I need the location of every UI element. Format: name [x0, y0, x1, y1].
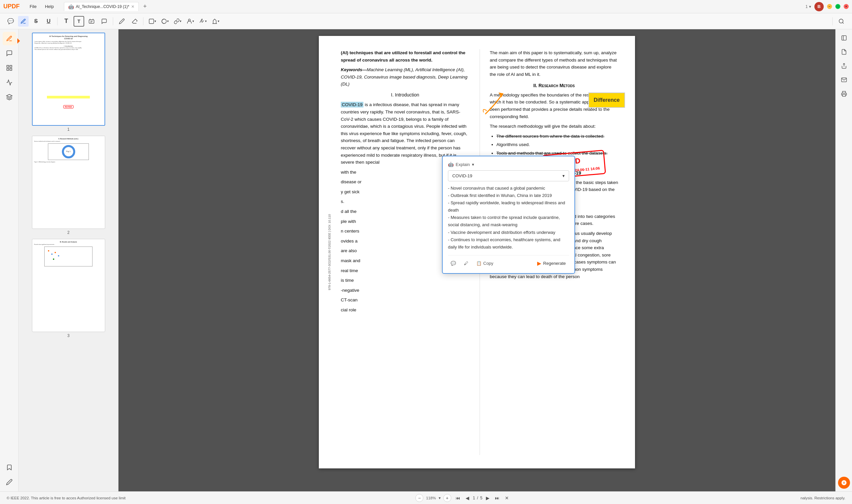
ai-content-line-1: - Novel coronavirus that caused a global…: [448, 185, 569, 192]
ai-term-dropdown[interactable]: COVID-19 ▾: [448, 170, 569, 181]
ai-copy-button[interactable]: 📋 Copy: [474, 259, 496, 267]
app-logo: UPDF: [3, 3, 20, 10]
tab-add-button[interactable]: +: [140, 2, 149, 11]
typewriter-tool-button[interactable]: [86, 16, 97, 26]
page-next-button[interactable]: ▶: [484, 495, 491, 501]
search-tool-button[interactable]: [836, 16, 847, 26]
measure-tool-button[interactable]: ▾: [210, 16, 221, 26]
right-mail-icon[interactable]: [838, 74, 850, 86]
sidebar-layers-icon[interactable]: [3, 90, 16, 104]
doc-partial-p12: is time: [341, 277, 469, 284]
text-tool-button[interactable]: T: [61, 16, 72, 26]
sidebar-bookmark-icon[interactable]: [3, 461, 16, 474]
stamp-tool-button[interactable]: ▾: [185, 16, 195, 26]
ai-mode-label: Explain: [456, 162, 470, 167]
comment-tool-button[interactable]: 💬: [5, 16, 16, 26]
right-panel-icon[interactable]: [838, 32, 850, 44]
thumbnail-image-2: II. Research Methods (cont.) Various met…: [32, 136, 105, 229]
ai-copy-icon: 📋: [476, 261, 482, 266]
zoom-increase-button[interactable]: +: [443, 494, 451, 502]
sidebar-pen-icon[interactable]: [3, 475, 16, 489]
right-extract-icon[interactable]: [838, 46, 850, 58]
thumbnail-image-3: III. Results and Analysis Results show s…: [32, 239, 105, 332]
sidebar-stats-icon[interactable]: [3, 76, 16, 89]
ai-regenerate-icon: ▶: [537, 260, 541, 267]
thumbnail-panel: AI Techniques for Detecting and Diagnosi…: [19, 29, 119, 491]
callout-tool-button[interactable]: [99, 16, 109, 26]
svg-point-4: [839, 19, 843, 23]
doc-partial-p15: cial role: [341, 306, 469, 314]
menu-file[interactable]: File: [26, 3, 40, 10]
ai-regenerate-button[interactable]: ▶ Regenerate: [534, 259, 569, 268]
svg-marker-9: [6, 94, 12, 97]
toolbar-separator-3: [143, 17, 143, 25]
left-sidebar: [0, 29, 19, 491]
text-box-tool-button[interactable]: T: [74, 16, 84, 26]
nav-page-indicator: 1 ▾: [805, 4, 811, 9]
zoom-dropdown-arrow: ▾: [439, 496, 441, 500]
page-first-button[interactable]: ⏮: [454, 495, 462, 501]
ai-content-line-6: - Continues to impact economies, healthc…: [448, 236, 569, 251]
svg-rect-0: [89, 20, 94, 23]
svg-rect-7: [7, 69, 8, 71]
ai-mode-icon: 🤖: [448, 162, 454, 167]
ai-comment-button[interactable]: 💬: [448, 259, 459, 267]
doc-keywords-label: Keywords—: [341, 67, 367, 72]
toolbar-separator-right: [832, 17, 833, 25]
svg-rect-6: [10, 66, 12, 68]
ai-content-line-3: - Spread rapidly worldwide, leading to w…: [448, 199, 569, 214]
right-share-icon[interactable]: [838, 60, 850, 72]
highlight-tool-button[interactable]: [18, 16, 29, 26]
ai-highlight-button[interactable]: 🖊: [461, 259, 471, 267]
tab-close-button[interactable]: ✕: [131, 4, 135, 9]
signature-tool-button[interactable]: ▾: [197, 16, 208, 26]
window-minimize-button[interactable]: −: [827, 4, 832, 9]
thumbnail-number-3: 3: [67, 333, 70, 338]
shape-tool-button[interactable]: ▾: [147, 16, 157, 26]
window-close-button[interactable]: ×: [844, 4, 849, 9]
ai-comment-icon: 💬: [450, 261, 456, 266]
strikethrough-tool-button[interactable]: S: [31, 16, 41, 26]
thumbnail-item-2[interactable]: II. Research Methods (cont.) Various met…: [22, 136, 115, 235]
page-separator: /: [477, 496, 478, 500]
bullet-item-1: The different sources from where the dat…: [497, 133, 619, 140]
sidebar-thumbnail-icon[interactable]: [3, 61, 16, 74]
menu-bar: File Help: [26, 3, 57, 10]
title-bar: UPDF File Help 🤖 AI_Technique...COVID-19…: [0, 0, 852, 13]
pen-tool-button[interactable]: [117, 16, 127, 26]
toolbar: 💬 S U T T ▾ ▾ ▾ ▾ ▾ ▾: [0, 13, 852, 29]
thumbnail-item-1[interactable]: AI Techniques for Detecting and Diagnosi…: [22, 33, 115, 132]
tab-bar: 🤖 AI_Technique...COVID-19 (1)* ✕ +: [64, 2, 806, 11]
difference-annotation-box[interactable]: Difference: [588, 92, 625, 108]
thumb-highlight: [47, 96, 90, 98]
active-tab[interactable]: 🤖 AI_Technique...COVID-19 (1)* ✕: [64, 2, 139, 11]
underline-tool-button[interactable]: U: [43, 16, 54, 26]
ai-dropdown-arrow: ▾: [563, 173, 565, 178]
doc-area[interactable]: 978-1-6654-2577-3/22/S31.00 ©2022 IEEE |…: [119, 29, 835, 491]
ai-copy-label: Copy: [483, 261, 493, 266]
bottom-bar: © IEEE 2022. This article is free to acc…: [0, 491, 852, 504]
page-prev-button[interactable]: ◀: [464, 495, 471, 501]
eraser-tool-button[interactable]: [129, 16, 140, 26]
ai-popup-mode-selector[interactable]: 🤖 Explain ▾: [448, 162, 474, 167]
window-maximize-button[interactable]: □: [835, 4, 840, 9]
zoom-decrease-button[interactable]: −: [415, 494, 423, 502]
sidebar-edit-icon[interactable]: [3, 32, 16, 45]
svg-rect-12: [842, 94, 845, 96]
page-close-button[interactable]: ✕: [503, 495, 511, 501]
ai-explain-popup: 🤖 Explain ▾ COVID-19 ▾ - Novel coronavir…: [442, 156, 575, 274]
right-ai-icon[interactable]: [838, 477, 850, 489]
bottom-rights: nalysis. Restrictions apply.: [800, 496, 845, 500]
svg-point-3: [189, 19, 190, 21]
thumbnail-number-1: 1: [67, 127, 70, 132]
ai-highlight-icon: 🖊: [464, 261, 468, 266]
link-tool-button[interactable]: ▾: [172, 16, 183, 26]
ai-content-line-5: - Vaccine development and distribution e…: [448, 229, 569, 236]
page-total: 5: [480, 496, 483, 500]
page-last-button[interactable]: ⏭: [493, 495, 501, 501]
menu-help[interactable]: Help: [41, 3, 57, 10]
right-print-icon[interactable]: [838, 88, 850, 100]
color-tool-button[interactable]: ▾: [159, 16, 170, 26]
sidebar-comment-icon[interactable]: [3, 47, 16, 60]
thumbnail-item-3[interactable]: III. Results and Analysis Results show s…: [22, 239, 115, 338]
